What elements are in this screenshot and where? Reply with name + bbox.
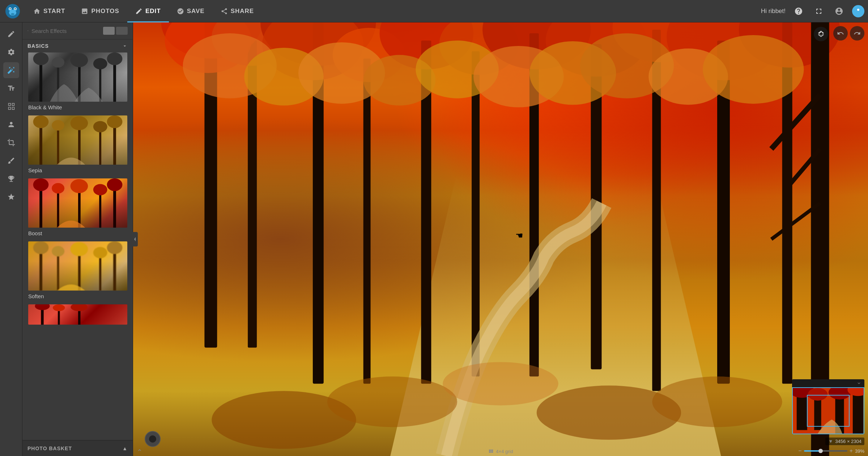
- svg-point-8: [11, 13, 14, 15]
- crop-tool-button[interactable]: [3, 135, 19, 151]
- redo-button[interactable]: [850, 26, 864, 41]
- svg-point-37: [52, 183, 64, 194]
- effect-boost[interactable]: Boost: [27, 178, 128, 236]
- undo-redo-group: [833, 26, 864, 41]
- nav-start[interactable]: START: [25, 0, 73, 22]
- next-thumbnail: [27, 304, 128, 325]
- svg-point-36: [33, 178, 49, 191]
- grid-label: 4×4 grid: [496, 449, 513, 454]
- svg-point-90: [580, 33, 674, 98]
- svg-point-74: [262, 22, 363, 80]
- sepia-name: Sepia: [27, 167, 128, 173]
- svg-point-48: [71, 242, 88, 256]
- user-avatar[interactable]: [852, 5, 864, 17]
- svg-point-7: [15, 8, 16, 9]
- zoom-in-button[interactable]: +: [850, 448, 853, 454]
- svg-point-83: [183, 33, 277, 98]
- svg-rect-58: [204, 22, 217, 348]
- settings-tool-button[interactable]: [3, 44, 19, 60]
- svg-point-92: [703, 35, 804, 104]
- svg-point-49: [93, 247, 107, 258]
- redo-icon: [854, 30, 861, 37]
- zoom-level: 39%: [855, 448, 864, 454]
- svg-point-71: [165, 22, 252, 73]
- effects-list: Black & White: [22, 52, 133, 440]
- collapse-icon: [133, 236, 137, 242]
- star-tool-button[interactable]: [3, 189, 19, 205]
- svg-rect-35: [113, 185, 116, 228]
- trophy-tool-button[interactable]: [3, 171, 19, 187]
- layers-icon: [817, 30, 825, 38]
- app-logo[interactable]: [4, 2, 22, 20]
- effects-tool-button[interactable]: [3, 62, 19, 78]
- fullscreen-button[interactable]: [812, 4, 826, 18]
- nav-share[interactable]: SHARE: [213, 0, 262, 22]
- thumb-chevron-down-icon: [856, 381, 861, 386]
- nav-edit-label: EDIT: [145, 8, 161, 15]
- person-tool-button[interactable]: [3, 117, 19, 132]
- brush-tool-button[interactable]: [3, 153, 19, 169]
- thumb-preview-header: [792, 379, 864, 387]
- section-header: BASICS: [22, 39, 133, 52]
- star-tool-icon: [7, 193, 15, 201]
- home-icon: [33, 8, 41, 15]
- layers-button[interactable]: [814, 27, 828, 41]
- photo-icon: [81, 8, 88, 15]
- profile-button[interactable]: [832, 4, 846, 18]
- svg-point-40: [107, 178, 123, 191]
- text-tool-button[interactable]: [3, 80, 19, 96]
- svg-rect-34: [99, 191, 101, 228]
- svg-point-88: [473, 46, 564, 107]
- top-navigation: START PHOTOS EDIT SAVE SHARE Hi ribbet!: [0, 0, 868, 22]
- nav-photos[interactable]: PHOTOS: [73, 0, 127, 22]
- sepia-thumbnail: [27, 115, 128, 165]
- effect-next[interactable]: [27, 304, 128, 325]
- canvas-area[interactable]: ☚: [133, 22, 868, 456]
- nav-share-label: SHARE: [231, 8, 254, 15]
- effect-sepia[interactable]: Sepia: [27, 115, 128, 173]
- nav-save-label: SAVE: [187, 8, 205, 15]
- svg-rect-25: [113, 122, 116, 165]
- effect-soften[interactable]: Soften: [27, 241, 128, 299]
- list-view-button[interactable]: [116, 27, 128, 35]
- nav-photos-label: PHOTOS: [91, 8, 119, 15]
- svg-point-56: [71, 304, 88, 311]
- svg-rect-69: [811, 51, 826, 384]
- svg-point-6: [10, 8, 11, 9]
- effect-bw[interactable]: Black & White: [27, 52, 128, 110]
- main-photo: ☚: [133, 22, 868, 456]
- shapes-tool-button[interactable]: [3, 98, 19, 114]
- zoom-slider[interactable]: [804, 450, 847, 452]
- nav-edit[interactable]: EDIT: [127, 0, 169, 22]
- help-button[interactable]: [791, 4, 806, 18]
- svg-point-38: [71, 179, 88, 193]
- nav-items: START PHOTOS EDIT SAVE SHARE: [25, 0, 761, 22]
- expand-bottom: [137, 447, 142, 454]
- save-icon: [177, 8, 184, 15]
- undo-button[interactable]: [833, 26, 848, 41]
- svg-point-76: [380, 22, 474, 69]
- zoom-out-button[interactable]: −: [798, 448, 801, 454]
- pencil-tool-button[interactable]: [3, 26, 19, 42]
- zoom-thumb: [818, 449, 823, 453]
- svg-point-78: [482, 22, 591, 69]
- svg-point-10: [857, 9, 859, 11]
- section-collapse-icon[interactable]: [122, 43, 128, 49]
- grid-view-button[interactable]: [103, 27, 115, 35]
- undo-icon: [837, 30, 844, 37]
- nav-save[interactable]: SAVE: [169, 0, 213, 22]
- svg-point-80: [612, 22, 706, 62]
- svg-rect-14: [99, 65, 101, 102]
- main-area: BASICS: [0, 22, 868, 456]
- svg-point-81: [667, 22, 782, 80]
- effects-panel: BASICS: [22, 22, 133, 456]
- panel-collapse-button[interactable]: [133, 232, 138, 246]
- photo-basket[interactable]: PHOTO BASKET ▲: [22, 440, 133, 456]
- user-dot-icon: [855, 8, 862, 15]
- zoom-fill: [804, 450, 821, 452]
- shapes-tool-icon: [7, 102, 15, 110]
- circle-element[interactable]: [145, 431, 161, 447]
- bw-thumbnail: [27, 52, 128, 102]
- search-effects-input[interactable]: [31, 28, 100, 34]
- edit-icon: [135, 8, 142, 15]
